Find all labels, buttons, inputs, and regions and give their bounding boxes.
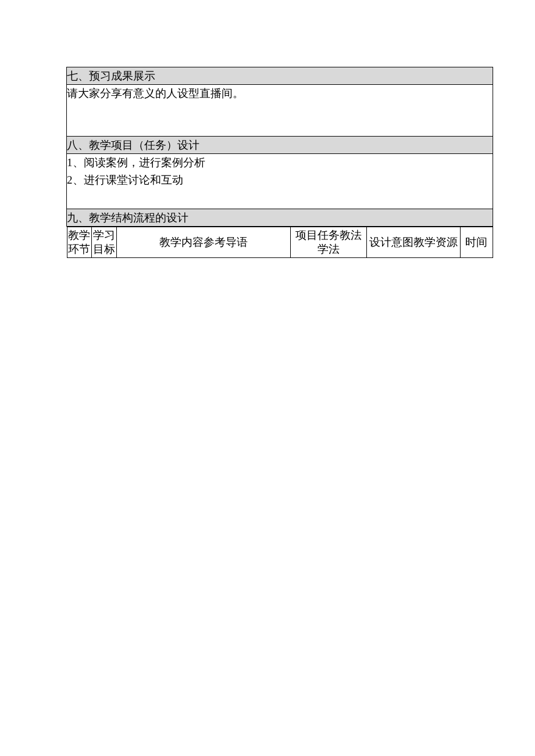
section-9-body: 教学环节 学习目标 教学内容参考导语 项目任务教法学法 设计意图教学资源: [67, 227, 493, 259]
col-design-resource-label: 设计意图教学资源: [369, 236, 458, 248]
col-content-guide-label: 教学内容参考导语: [159, 236, 248, 248]
section-8-header: 八、教学项目（任务）设计: [67, 137, 493, 154]
col-learning-goal-label: 学习目标: [93, 229, 115, 255]
table-header-row: 教学环节 学习目标 教学内容参考导语 项目任务教法学法 设计意图教学资源: [67, 227, 493, 258]
document-page: 七、预习成果展示 请大家分享有意义的人设型直播间。 八、教学项目（任务）设计 1…: [0, 0, 535, 756]
section-8-line2: 2、进行课堂讨论和互动: [67, 171, 493, 189]
section-7-text: 请大家分享有意义的人设型直播间。: [67, 87, 244, 99]
col-learning-goal: 学习目标: [92, 227, 117, 258]
col-teaching-stage-label: 教学环节: [68, 229, 90, 255]
flow-design-table: 教学环节 学习目标 教学内容参考导语 项目任务教法学法 设计意图教学资源: [67, 227, 493, 258]
section-7-body: 请大家分享有意义的人设型直播间。: [67, 85, 493, 137]
section-8-line1: 1、阅读案例，进行案例分析: [67, 154, 493, 171]
col-time: 时间: [460, 227, 493, 258]
col-design-resource: 设计意图教学资源: [367, 227, 461, 258]
col-content-guide: 教学内容参考导语: [117, 227, 291, 258]
section-7-header: 七、预习成果展示: [67, 67, 493, 85]
col-time-label: 时间: [465, 236, 487, 248]
col-task-method-label: 项目任务教法学法: [295, 229, 362, 255]
section-8-body: 1、阅读案例，进行案例分析 2、进行课堂讨论和互动: [67, 154, 493, 209]
col-teaching-stage: 教学环节: [67, 227, 92, 258]
col-task-method: 项目任务教法学法: [291, 227, 367, 258]
section-9-header: 九、教学结构流程的设计: [67, 209, 493, 227]
lesson-plan-table: 七、预习成果展示 请大家分享有意义的人设型直播间。 八、教学项目（任务）设计 1…: [66, 67, 493, 258]
